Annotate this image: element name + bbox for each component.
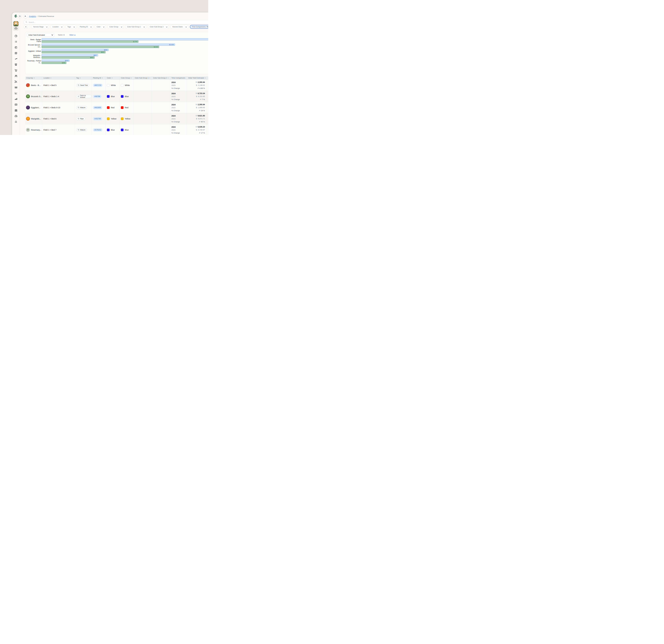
chevron-down-icon (143, 26, 145, 28)
color-sub-group-2-cell (152, 91, 170, 102)
color-label: Yellow (111, 118, 116, 120)
metric-select[interactable]: Initial Yield Estimated (27, 33, 55, 37)
planting-id-chip[interactable]: #K61605 (93, 106, 102, 109)
sidebar-item-users-icon[interactable] (12, 73, 20, 79)
breadcrumb-analytics-link[interactable]: Analytics (29, 15, 36, 17)
sidebar-item-terminal-icon[interactable] (12, 113, 20, 119)
color-group-swatch (121, 95, 124, 98)
spacer-cell (207, 91, 208, 102)
filter-chip-harvest-dates[interactable]: Harvest Dates (170, 25, 188, 29)
sidebar-item-line-chart-icon[interactable] (12, 90, 20, 96)
sidebar-item-pie-chart-icon[interactable] (12, 33, 20, 39)
bar-previous[interactable]: $802 (42, 57, 95, 59)
crop-name: Marigolds... (31, 118, 41, 120)
chart-group: Beets - Badger Flame $1764 (26, 38, 208, 43)
bar-previous[interactable]: $951 (42, 51, 105, 53)
sort-by-value[interactable]: Value (69, 34, 76, 36)
crop-avatar (26, 117, 30, 121)
search-input[interactable] (28, 21, 208, 23)
sort-arrows-icon (131, 77, 131, 79)
column-header-color-sub-group-1[interactable]: Color Sub Group 1 (133, 76, 152, 80)
bar-value-label: $2150 (154, 46, 158, 48)
chart-category-label: Brussels Sprouts - Lo... (26, 44, 42, 48)
chart-group: Rosemary - Perfect S... $419 $386 (26, 60, 208, 64)
sidebar-item-bank-icon[interactable] (12, 107, 20, 113)
spacer-cell (207, 102, 208, 113)
sidebar-item-tools-icon[interactable] (12, 79, 20, 84)
table-row[interactable]: Brussels S... Field 1 > Beds 1-4 Farm to… (25, 91, 208, 102)
table-row[interactable]: Marigolds... Field 1 > Bed 6 Ripe #A5278… (25, 113, 208, 124)
column-header-initial-yield-estimated[interactable]: Initial Yield Estimated (187, 76, 207, 80)
bar-current[interactable] (42, 38, 208, 40)
tag-chip[interactable]: Seed Trial (76, 84, 89, 87)
location-cell: Field 1 > Beds 1-4 (42, 91, 75, 102)
tag-chip[interactable]: Ripe (76, 117, 85, 120)
bar-current[interactable]: $419 (42, 60, 69, 62)
column-header-planting-id[interactable]: Planting ID (91, 76, 106, 80)
filter-chip-partial[interactable] (29, 25, 30, 29)
back-button[interactable] (24, 14, 27, 18)
percent-change: ↗ 17 % (199, 132, 205, 134)
bar-current[interactable]: $2,635 (42, 44, 175, 46)
bar-previous[interactable]: $1764 (42, 41, 138, 43)
bar-value-label: $419 (65, 60, 68, 61)
brand-logo-icon[interactable] (14, 14, 18, 18)
sidebar-item-id-card-icon[interactable] (12, 84, 20, 90)
filter-chip-time-comparisons-active[interactable]: Time Comparisons: Year over Year (190, 25, 208, 29)
chart-category-label: Rosemary - Perfect S... (26, 60, 42, 64)
column-header-tag[interactable]: Tag (75, 76, 91, 80)
bar-current[interactable]: $857 (42, 54, 98, 56)
sidebar-nav (12, 33, 20, 124)
bar-previous[interactable]: $386 (42, 62, 66, 64)
column-header-color[interactable]: Color (106, 76, 120, 80)
color-sub-group-2-cell (152, 124, 170, 135)
sidebar-item-cart-icon[interactable] (12, 67, 20, 73)
filter-chip-color-sub-group-2[interactable]: Color Sub Group 2 (148, 25, 169, 29)
column-header-crop-key[interactable]: Crop-key (25, 76, 42, 80)
sidebar-item-leaf-icon[interactable] (12, 56, 20, 62)
planting-id-chip[interactable]: #G76152 (93, 128, 102, 132)
filter-chip-tags[interactable]: Tags (66, 25, 76, 29)
sidebar-item-bell-icon[interactable] (12, 119, 20, 124)
bar-current[interactable]: $990 (42, 49, 108, 51)
search-bar (24, 20, 208, 24)
table-row[interactable]: Rosemary... Field 1 > Bed 7 Mature #G761… (25, 124, 208, 135)
filter-chip-color-group[interactable]: Color Group (108, 25, 124, 29)
tag-chip[interactable]: Mature (76, 106, 87, 109)
column-header-color-sub-group-2[interactable]: Color Sub Group 2 (152, 76, 170, 80)
table-row[interactable]: Eggplant... Field 1 > Beds 8-10 Mature #… (25, 102, 208, 113)
bar-previous[interactable]: $2150 (42, 46, 159, 48)
yield-values-cell: $2,355.94 $1,899.95 ↗ 24 % (187, 102, 207, 113)
tag-chip[interactable]: Farm to School (76, 95, 91, 98)
sort-by-name[interactable]: Name (58, 34, 65, 36)
location-cell: Field 1 > Bed 6 (42, 113, 75, 124)
filter-chip-planting-id[interactable]: Planting ID (78, 25, 93, 29)
filter-chip-color[interactable]: Color (95, 25, 106, 29)
table-row[interactable]: Beets - B... Field 1 > Bed 5 Seed Trial … (25, 80, 208, 91)
scroll-left-button[interactable] (24, 25, 28, 28)
page-title: Estimated Revenue (39, 15, 54, 17)
tag-chip[interactable]: Mature (76, 128, 87, 132)
percent-change: ↗ 7 % (200, 98, 205, 100)
column-header-location[interactable]: Location (42, 76, 75, 80)
filter-chip-harvest-stage[interactable]: Harvest Stage (32, 25, 49, 29)
sidebar-item-bar-chart-icon[interactable] (12, 96, 20, 102)
color-swatch (107, 95, 109, 98)
sidebar-item-journal-icon[interactable] (12, 44, 20, 50)
sidebar-item-storefront-icon[interactable] (12, 62, 20, 67)
cloud-upload-icon[interactable] (14, 27, 18, 30)
planting-id-chip[interactable]: #A52785 (93, 117, 102, 120)
sidebar-item-map-icon[interactable] (12, 50, 20, 56)
color-sub-group-1-cell (133, 113, 152, 124)
crop-name: Beets - B... (31, 84, 41, 86)
filter-chip-color-sub-group-1[interactable]: Color Sub Group 1 (125, 25, 146, 29)
bar-value-label: $2,635 (169, 44, 174, 45)
column-header-color-group[interactable]: Color Group (120, 76, 133, 80)
filter-chip-location[interactable]: Location (50, 25, 64, 29)
workspace-avatar[interactable] (14, 21, 18, 26)
location-cell: Field 1 > Beds 8-10 (42, 102, 75, 113)
planting-id-chip[interactable]: #M71723 (93, 84, 103, 87)
sidebar-item-inbox-icon[interactable] (12, 102, 20, 107)
planting-id-chip[interactable]: #N5786 (93, 95, 101, 98)
sidebar-item-list-icon[interactable] (12, 39, 20, 44)
